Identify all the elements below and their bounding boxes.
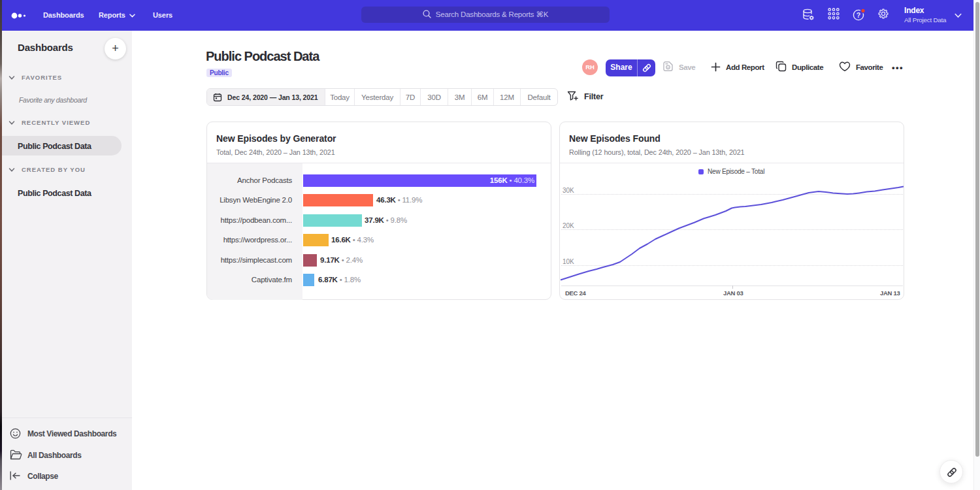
svg-text:?: ? (857, 11, 860, 19)
